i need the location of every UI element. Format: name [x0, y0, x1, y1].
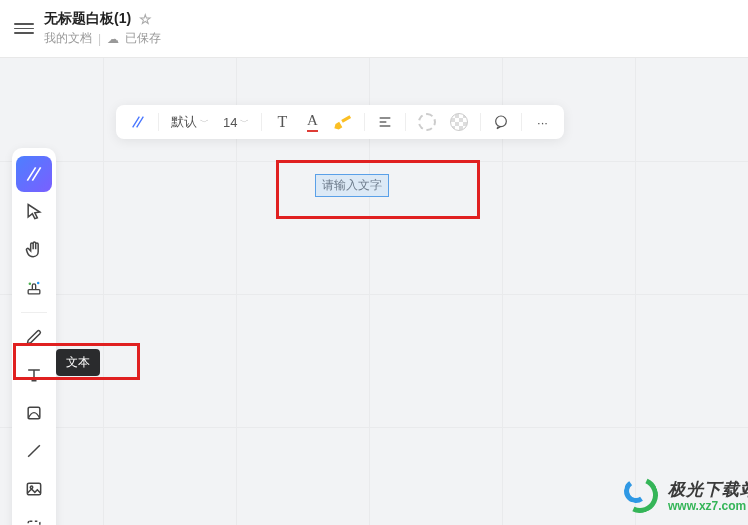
breadcrumb[interactable]: 我的文档	[44, 30, 92, 47]
separator	[521, 113, 522, 131]
hand-tool[interactable]	[16, 232, 52, 268]
align-button[interactable]	[371, 108, 399, 136]
format-toolbar: 默认 ﹀ 14 ﹀ T A ···	[116, 105, 564, 139]
watermark-logo-icon	[620, 475, 664, 519]
select-tool[interactable]	[16, 194, 52, 230]
star-icon[interactable]: ☆	[139, 11, 152, 27]
font-size-label: 14	[223, 115, 237, 130]
frame-tool[interactable]	[16, 509, 52, 525]
divider: |	[98, 32, 101, 46]
checker-circle-icon	[450, 113, 468, 131]
font-color-letter: A	[307, 112, 318, 132]
separator	[364, 113, 365, 131]
chevron-down-icon: ﹀	[200, 116, 209, 129]
text-style-button[interactable]: T	[268, 108, 296, 136]
watermark-name: 极光下载站	[668, 481, 748, 500]
line-tool[interactable]	[16, 433, 52, 469]
svg-rect-4	[28, 290, 40, 294]
pen-tool[interactable]	[16, 319, 52, 355]
ai-tool-button[interactable]	[124, 108, 152, 136]
cloud-icon: ☁	[107, 32, 119, 46]
svg-rect-9	[27, 483, 40, 495]
chevron-down-icon: ﹀	[240, 116, 249, 129]
header-bar: 无标题白板(1) ☆ 我的文档 | ☁ 已保存	[0, 0, 748, 58]
text-tool-tooltip: 文本	[56, 349, 100, 376]
watermark: 极光下载站 www.xz7.com	[620, 475, 748, 519]
save-status: 已保存	[125, 30, 161, 47]
separator	[405, 113, 406, 131]
image-tool[interactable]	[16, 471, 52, 507]
shape-tool[interactable]	[16, 395, 52, 431]
separator	[158, 113, 159, 131]
fill-style-button[interactable]	[444, 108, 474, 136]
font-size-select[interactable]: 14 ﹀	[217, 108, 255, 136]
comment-button[interactable]	[487, 108, 515, 136]
page-title[interactable]: 无标题白板(1)	[44, 10, 131, 28]
text-input-placeholder[interactable]: 请输入文字	[315, 174, 389, 197]
separator	[480, 113, 481, 131]
menu-icon[interactable]	[14, 19, 34, 39]
svg-point-6	[37, 282, 40, 285]
svg-line-8	[28, 445, 40, 457]
highlighter-button[interactable]	[328, 108, 358, 136]
border-style-button[interactable]	[412, 108, 442, 136]
dashed-circle-icon	[418, 113, 436, 131]
separator	[261, 113, 262, 131]
svg-point-3	[496, 116, 507, 127]
ai-pen-tool[interactable]	[16, 156, 52, 192]
title-block: 无标题白板(1) ☆ 我的文档 | ☁ 已保存	[44, 10, 161, 47]
toolbar-divider	[21, 312, 47, 313]
more-button[interactable]: ···	[528, 108, 556, 136]
svg-rect-11	[28, 521, 40, 525]
font-name-label: 默认	[171, 113, 197, 131]
text-tool[interactable]	[16, 357, 52, 393]
svg-point-5	[29, 283, 32, 286]
watermark-url: www.xz7.com	[668, 500, 748, 513]
stamp-tool[interactable]	[16, 270, 52, 306]
left-toolbar	[12, 148, 56, 525]
font-family-select[interactable]: 默认 ﹀	[165, 108, 215, 136]
font-color-button[interactable]: A	[298, 108, 326, 136]
